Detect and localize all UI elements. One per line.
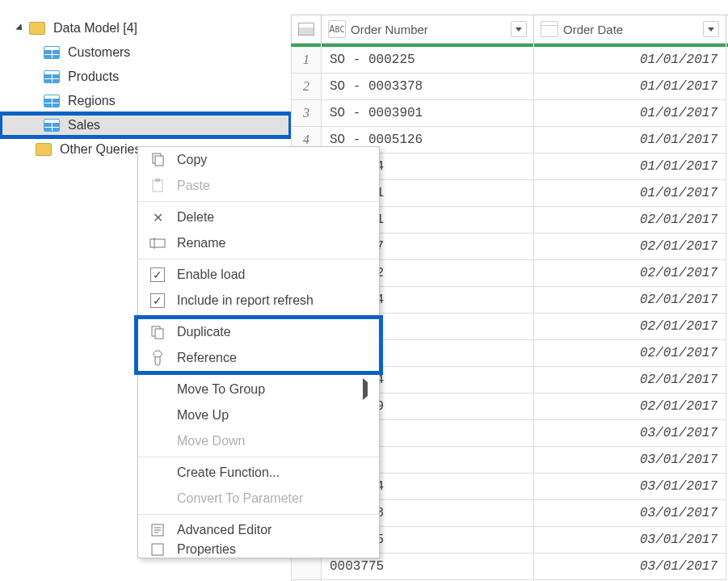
query-label: Sales <box>68 118 100 133</box>
ctx-duplicate[interactable]: Duplicate <box>138 319 379 345</box>
blank-icon <box>148 465 167 481</box>
column-filter-dropdown[interactable] <box>703 21 719 37</box>
table-icon <box>44 119 60 132</box>
row-number: 1 <box>291 47 322 74</box>
context-menu: Copy Paste ✕ Delete Rename Enable load I… <box>137 146 380 558</box>
folder-label: Other Queries <box>60 142 141 157</box>
reference-icon <box>148 350 167 366</box>
editor-icon <box>148 522 167 538</box>
ctx-label: Rename <box>177 236 225 251</box>
cell-order-date[interactable]: 02/01/2017 <box>534 207 726 234</box>
column-filter-dropdown[interactable] <box>511 21 527 37</box>
ctx-label: Duplicate <box>177 325 231 339</box>
svg-rect-13 <box>152 544 163 555</box>
cell-order-date[interactable]: 03/01/2017 <box>534 500 726 527</box>
ctx-properties[interactable]: Properties <box>138 543 379 558</box>
cell-order-number[interactable]: SO - 0003378 <box>322 74 534 100</box>
table-icon <box>44 70 60 83</box>
ctx-move-up[interactable]: Move Up <box>138 402 379 428</box>
table-icon <box>44 95 60 107</box>
ctx-move-down: Move Down <box>138 428 379 454</box>
checkbox-checked-icon <box>148 293 167 309</box>
grid-header-row: ABC Order Number Order Date <box>291 15 728 44</box>
query-sales[interactable]: Sales <box>0 113 291 137</box>
ctx-label: Properties <box>177 543 236 557</box>
svg-rect-1 <box>155 156 163 166</box>
cell-order-date[interactable]: 02/01/2017 <box>534 234 726 260</box>
ctx-rename[interactable]: Rename <box>138 230 379 256</box>
cell-order-date[interactable]: 01/01/2017 <box>534 180 726 207</box>
svg-rect-7 <box>155 329 163 339</box>
submenu-arrow-icon <box>363 382 368 397</box>
ctx-label: Move Up <box>177 408 229 423</box>
date-type-icon <box>541 21 558 37</box>
ctx-create-function[interactable]: Create Function... <box>138 460 379 486</box>
query-regions[interactable]: Regions <box>0 89 291 113</box>
row-number: 3 <box>291 100 322 127</box>
column-header-order-number[interactable]: ABC Order Number <box>322 15 534 43</box>
cell-order-date[interactable]: 01/01/2017 <box>534 154 726 180</box>
cell-order-date[interactable]: 02/01/2017 <box>534 367 726 394</box>
svg-rect-3 <box>155 179 160 182</box>
column-label: Order Date <box>563 23 623 36</box>
table-row[interactable]: 1SO - 00022501/01/2017 <box>291 47 728 74</box>
cell-order-date[interactable]: 01/01/2017 <box>534 100 726 127</box>
ctx-reference[interactable]: Reference <box>138 345 379 371</box>
ctx-include-refresh[interactable]: Include in report refresh <box>138 288 379 314</box>
cell-order-date[interactable]: 02/01/2017 <box>534 340 726 367</box>
cell-order-date[interactable]: 01/01/2017 <box>534 74 726 100</box>
ctx-paste: Paste <box>138 173 379 199</box>
svg-rect-2 <box>153 180 162 192</box>
cell-order-date[interactable]: 03/01/2017 <box>534 527 726 554</box>
ctx-label: Move To Group <box>177 382 265 397</box>
ctx-copy[interactable]: Copy <box>138 147 379 173</box>
table-row[interactable]: 2SO - 000337801/01/2017 <box>291 74 728 100</box>
folder-data-model[interactable]: Data Model [4] <box>0 16 291 40</box>
cell-order-date[interactable]: 02/01/2017 <box>534 314 726 340</box>
paste-icon <box>148 178 167 194</box>
ctx-enable-load[interactable]: Enable load <box>138 262 379 288</box>
row-header-corner[interactable] <box>291 15 322 43</box>
properties-icon <box>148 543 167 558</box>
blank-icon <box>148 490 167 507</box>
folder-label: Data Model [4] <box>53 21 137 36</box>
svg-rect-4 <box>150 239 165 247</box>
table-icon <box>44 46 60 59</box>
query-label: Products <box>68 69 119 84</box>
ctx-label: Create Function... <box>177 465 280 480</box>
cell-order-date[interactable]: 02/01/2017 <box>534 394 726 420</box>
cell-order-date[interactable]: 01/01/2017 <box>534 127 726 154</box>
text-type-icon: ABC <box>328 20 346 38</box>
blank-icon <box>148 433 167 449</box>
ctx-delete[interactable]: ✕ Delete <box>138 204 379 230</box>
folder-icon <box>36 143 52 156</box>
ctx-label: Include in report refresh <box>177 293 314 308</box>
cell-order-date[interactable]: 03/01/2017 <box>534 474 726 500</box>
query-products[interactable]: Products <box>0 65 291 89</box>
rename-icon <box>148 235 167 251</box>
cell-order-date[interactable]: 03/01/2017 <box>534 554 726 580</box>
checkbox-checked-icon <box>148 267 167 283</box>
cell-order-date[interactable]: 02/01/2017 <box>534 287 726 314</box>
cell-order-date[interactable]: 03/01/2017 <box>534 420 726 447</box>
query-customers[interactable]: Customers <box>0 40 291 65</box>
column-header-order-date[interactable]: Order Date <box>534 15 726 43</box>
query-label: Customers <box>68 45 130 60</box>
table-row[interactable]: 3SO - 000390101/01/2017 <box>291 100 728 127</box>
folder-icon <box>29 22 45 35</box>
ctx-label: Move Down <box>177 434 245 448</box>
ctx-label: Reference <box>177 351 237 365</box>
cell-order-number[interactable]: SO - 0003901 <box>322 100 534 127</box>
blank-icon <box>148 381 167 398</box>
cell-order-number[interactable]: SO - 000225 <box>322 47 534 74</box>
cell-order-date[interactable]: 01/01/2017 <box>534 47 726 74</box>
query-label: Regions <box>68 94 116 108</box>
cell-order-date[interactable]: 03/01/2017 <box>534 447 726 474</box>
ctx-move-to-group[interactable]: Move To Group <box>138 377 379 402</box>
ctx-label: Copy <box>177 153 207 167</box>
copy-icon <box>148 152 167 168</box>
expander-icon[interactable] <box>15 23 24 32</box>
duplicate-icon <box>148 324 167 340</box>
ctx-advanced-editor[interactable]: Advanced Editor <box>138 517 379 543</box>
cell-order-date[interactable]: 02/01/2017 <box>534 260 726 287</box>
